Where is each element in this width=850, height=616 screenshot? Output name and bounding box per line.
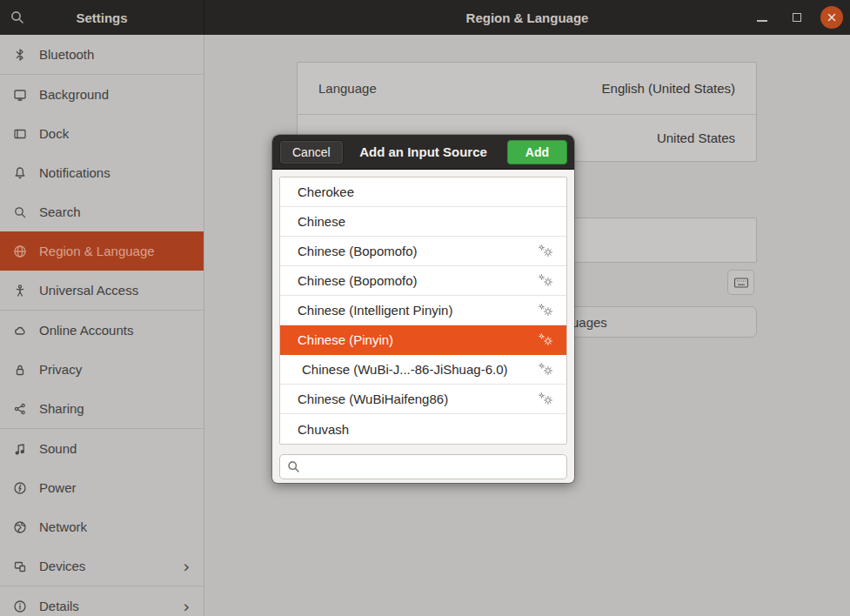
ibus-gears-icon [538,392,554,405]
sidebar-item-label: Notifications [39,165,110,180]
sidebar-item-notifications[interactable]: Notifications [0,153,204,192]
list-item-label: Chinese (Pinyin) [298,332,393,347]
list-item-chuvash[interactable]: Chuvash [280,414,566,444]
list-item-label: Cherokee [298,184,354,199]
sidebar-item-network[interactable]: Network [0,507,204,546]
language-value: English (United States) [602,81,735,96]
list-item-label: Chuvash [298,422,349,437]
language-label: Language [318,81,377,96]
ibus-gears-icon [538,244,554,258]
background-icon [12,87,28,103]
list-item-label: Chinese (Bopomofo) [298,273,418,288]
dialog-header: Cancel Add an Input Source Add [272,135,574,170]
list-item-chinese-bopomofo[interactable]: Chinese (Bopomofo) [280,237,566,266]
sidebar-item-label: Bluetooth [39,47,94,62]
chevron-right-icon: › [183,597,190,616]
minimize-icon [757,20,767,22]
language-row[interactable]: Language English (United States) [298,63,756,115]
close-icon [827,12,837,23]
power-icon [12,480,28,496]
sidebar-item-label: Sharing [39,401,84,416]
dialog-body: Cherokee Chinese Chinese (Bopomofo) Chin… [272,170,574,486]
online-accounts-icon [12,323,28,338]
input-source-list[interactable]: Cherokee Chinese Chinese (Bopomofo) Chin… [279,177,567,445]
sidebar-item-devices[interactable]: Devices › [0,546,204,586]
bluetooth-icon [12,47,28,63]
ibus-gears-icon [538,333,554,346]
sidebar-item-label: Sound [39,441,77,456]
privacy-lock-icon [12,362,28,378]
close-button[interactable] [820,6,843,29]
manage-button-visible-text: uages [572,315,607,330]
sidebar-item-background[interactable]: Background [0,75,204,114]
network-icon [12,519,28,535]
sidebar-item-dock[interactable]: Dock [0,114,204,153]
maximize-icon [793,13,801,22]
app-title: Settings [0,10,204,25]
sharing-icon [12,401,28,417]
ibus-gears-icon [538,304,554,317]
minimize-button[interactable] [751,6,773,29]
sidebar-item-online-accounts[interactable]: Online Accounts [0,311,204,350]
list-item-chinese-intelligent-pinyin[interactable]: Chinese (Intelligent Pinyin) [280,296,566,325]
titlebar-sidebar-section: Settings [0,0,204,35]
devices-icon [12,559,28,574]
search-button[interactable] [7,7,28,28]
list-item-chinese-bopomofo-2[interactable]: Chinese (Bopomofo) [280,266,566,296]
sidebar-item-sharing[interactable]: Sharing [0,389,204,428]
sidebar-item-label: Power [39,480,77,495]
add-button[interactable]: Add [507,140,567,164]
titlebar: Settings Region & Language [0,0,850,35]
sidebar-item-label: Online Accounts [39,323,133,338]
sidebar-item-label: Background [39,87,109,102]
sidebar-item-label: Search [39,204,81,219]
sidebar-item-sound[interactable]: Sound [0,429,204,468]
sidebar-item-bluetooth[interactable]: Bluetooth [0,35,204,74]
ibus-gears-icon [538,274,554,287]
search-icon [10,10,25,25]
sidebar: Bluetooth Background Dock Notifications … [0,35,204,616]
list-item-label: Chinese (Bopomofo) [298,244,418,258]
sidebar-item-label: Dock [39,126,69,141]
list-item-label: Chinese (Intelligent Pinyin) [298,303,452,318]
sidebar-item-label: Universal Access [39,283,138,298]
dock-icon [12,126,28,142]
window-controls [751,0,843,35]
universal-access-icon [12,283,28,298]
list-item-chinese-wubi-j[interactable]: Chinese (WuBi-J...-86-JiShuag-6.0) [280,355,566,385]
chevron-right-icon: › [183,557,190,576]
sidebar-item-label: Network [39,519,87,534]
sidebar-item-region-language[interactable]: Region & Language [0,231,204,271]
sidebar-item-label: Privacy [39,362,82,377]
list-item-cherokee[interactable]: Cherokee [280,177,566,207]
list-item-chinese-pinyin-selected[interactable]: Chinese (Pinyin) [280,325,566,355]
list-item-chinese-wubihaifeng86[interactable]: Chinese (WuBiHaifeng86) [280,385,566,414]
region-language-icon [12,244,28,259]
notifications-icon [12,165,28,181]
sidebar-item-privacy[interactable]: Privacy [0,350,204,389]
list-item-chinese[interactable]: Chinese [280,207,566,237]
list-item-label: Chinese (WuBi-J...-86-JiShuag-6.0) [298,362,507,377]
input-source-search-field[interactable] [279,454,567,479]
sound-icon [12,441,28,457]
sidebar-item-label: Details [39,599,79,613]
search-icon [12,204,28,220]
keyboard-icon [733,277,749,289]
formats-value: United States [657,131,735,145]
sidebar-item-details[interactable]: Details › [0,586,204,616]
ibus-gears-icon [538,363,554,376]
list-item-label: Chinese (WuBiHaifeng86) [298,392,448,406]
sidebar-item-search[interactable]: Search [0,192,204,231]
cancel-button[interactable]: Cancel [279,140,344,164]
sidebar-item-power[interactable]: Power [0,468,204,507]
details-info-icon [12,599,28,614]
maximize-button[interactable] [786,6,808,29]
titlebar-main-section: Region & Language [204,0,850,35]
sidebar-item-label: Devices [39,559,85,573]
sidebar-item-universal-access[interactable]: Universal Access [0,271,204,310]
dialog-search [279,454,567,479]
add-input-source-dialog: Cancel Add an Input Source Add Cherokee … [272,135,574,483]
list-item-label: Chinese [298,214,345,229]
keyboard-layout-button[interactable] [727,270,754,295]
sidebar-item-label: Region & Language [39,244,155,258]
